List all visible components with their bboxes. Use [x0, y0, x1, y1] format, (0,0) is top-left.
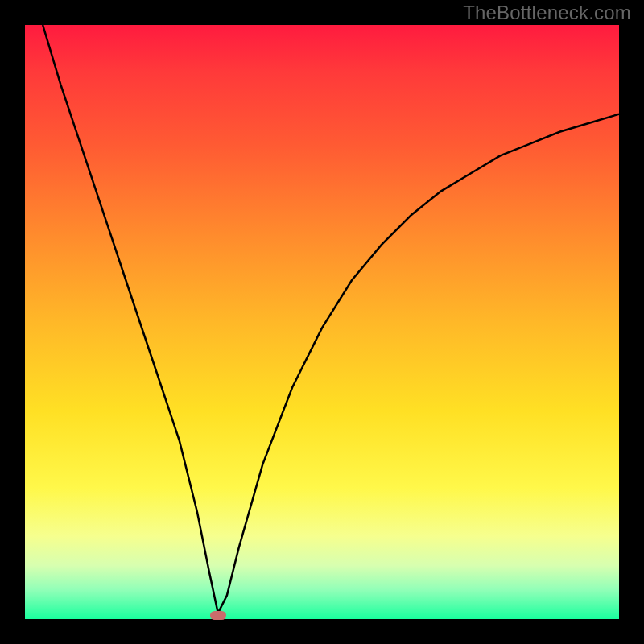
watermark-label: TheBottleneck.com: [463, 2, 631, 24]
plot-area: [25, 25, 619, 619]
minimum-marker: [210, 611, 226, 620]
bottleneck-curve: [25, 25, 619, 619]
chart-frame: TheBottleneck.com: [0, 0, 644, 644]
curve-path: [43, 25, 619, 613]
